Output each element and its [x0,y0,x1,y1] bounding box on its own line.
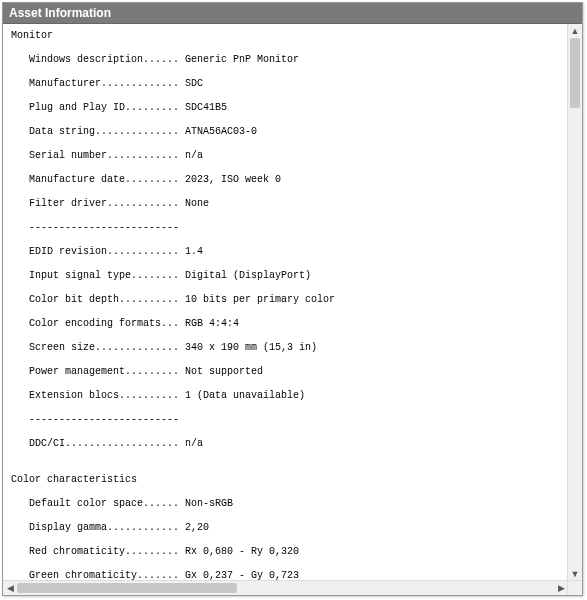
info-dots: .............. [95,342,179,353]
info-dots: ............ [107,522,179,533]
info-dots: ...... [143,54,179,65]
info-value: 2023, ISO week 0 [185,174,281,185]
info-label: Data string [29,126,95,137]
info-label: Color bit depth [29,294,119,305]
info-line: Manufacturer............. SDC [11,78,560,90]
separator-line: ------------------------- [11,222,560,234]
info-label: Input signal type [29,270,131,281]
asset-info-panel: Asset Information Monitor Windows descri… [2,2,583,596]
info-value: ATNA56AC03-0 [185,126,257,137]
info-dots: .......... [119,390,179,401]
info-value: 1 (Data unavailable) [185,390,305,401]
info-dots: ............ [107,150,179,161]
section-title: Monitor [11,30,560,42]
info-value: RGB 4:4:4 [185,318,239,329]
scroll-down-arrow-icon[interactable]: ▼ [568,567,582,581]
info-dots: ......... [125,366,179,377]
hscroll-thumb[interactable] [17,583,237,593]
info-value: 340 x 190 mm (15,3 in) [185,342,317,353]
info-label: Filter driver [29,198,107,209]
info-line: Default color space...... Non-sRGB [11,498,560,510]
content-wrap: Monitor Windows description...... Generi… [3,24,582,595]
info-value: Non-sRGB [185,498,233,509]
info-line: EDID revision............ 1.4 [11,246,560,258]
info-value: SDC [185,78,203,89]
info-label: DDC/CI [29,438,65,449]
info-label: Display gamma [29,522,107,533]
info-value: Rx 0,680 - Ry 0,320 [185,546,299,557]
info-line: Input signal type........ Digital (Displ… [11,270,560,282]
info-line: Serial number............ n/a [11,150,560,162]
scroll-corner [567,580,582,595]
info-label: Extension blocs [29,390,119,401]
info-line: Color encoding formats... RGB 4:4:4 [11,318,560,330]
info-label: Screen size [29,342,95,353]
info-label: Power management [29,366,125,377]
info-value: 1.4 [185,246,203,257]
separator-line: ------------------------- [11,414,560,426]
info-value: Digital (DisplayPort) [185,270,311,281]
info-line: Windows description...... Generic PnP Mo… [11,54,560,66]
info-value: 2,20 [185,522,209,533]
info-value: Generic PnP Monitor [185,54,299,65]
info-label: Color encoding formats [29,318,161,329]
info-value: Not supported [185,366,263,377]
panel-title: Asset Information [9,6,111,20]
section-title: Color characteristics [11,474,560,486]
info-label: Red chromaticity [29,546,125,557]
info-dots: ......... [125,102,179,113]
info-dots: ... [161,318,179,329]
report-text-area[interactable]: Monitor Windows description...... Generi… [3,24,568,581]
info-dots: ............. [101,78,179,89]
info-line: Manufacture date......... 2023, ISO week… [11,174,560,186]
info-label: Manufacture date [29,174,125,185]
scroll-right-arrow-icon[interactable]: ▶ [554,581,568,595]
info-label: EDID revision [29,246,107,257]
info-dots: ........ [131,270,179,281]
info-label: Plug and Play ID [29,102,125,113]
vscroll-thumb[interactable] [570,38,580,108]
info-label: Windows description [29,54,143,65]
panel-titlebar: Asset Information [3,3,582,24]
vertical-scrollbar[interactable]: ▲ ▼ [567,24,582,581]
info-dots: ............ [107,246,179,257]
info-value: SDC41B5 [185,102,227,113]
info-line: Red chromaticity......... Rx 0,680 - Ry … [11,546,560,558]
horizontal-scrollbar[interactable]: ◀ ▶ [3,580,568,595]
vscroll-track[interactable] [568,38,582,567]
info-value: n/a [185,438,203,449]
info-line: Data string.............. ATNA56AC03-0 [11,126,560,138]
info-line: Display gamma............ 2,20 [11,522,560,534]
scroll-up-arrow-icon[interactable]: ▲ [568,24,582,38]
hscroll-track[interactable] [17,581,554,595]
info-dots: ................... [65,438,179,449]
info-dots: ......... [125,546,179,557]
info-line: Screen size.............. 340 x 190 mm (… [11,342,560,354]
info-dots: .......... [119,294,179,305]
info-value: None [185,198,209,209]
info-value: n/a [185,150,203,161]
info-dots: ............ [107,198,179,209]
info-line: DDC/CI................... n/a [11,438,560,450]
info-line: Extension blocs.......... 1 (Data unavai… [11,390,560,402]
info-dots: .............. [95,126,179,137]
info-line: Power management......... Not supported [11,366,560,378]
info-line: Plug and Play ID......... SDC41B5 [11,102,560,114]
info-value: 10 bits per primary color [185,294,335,305]
info-label: Default color space [29,498,143,509]
info-dots: ......... [125,174,179,185]
info-dots: ...... [143,498,179,509]
info-line: Color bit depth.......... 10 bits per pr… [11,294,560,306]
info-label: Serial number [29,150,107,161]
scroll-left-arrow-icon[interactable]: ◀ [3,581,17,595]
info-label: Manufacturer [29,78,101,89]
info-line: Filter driver............ None [11,198,560,210]
